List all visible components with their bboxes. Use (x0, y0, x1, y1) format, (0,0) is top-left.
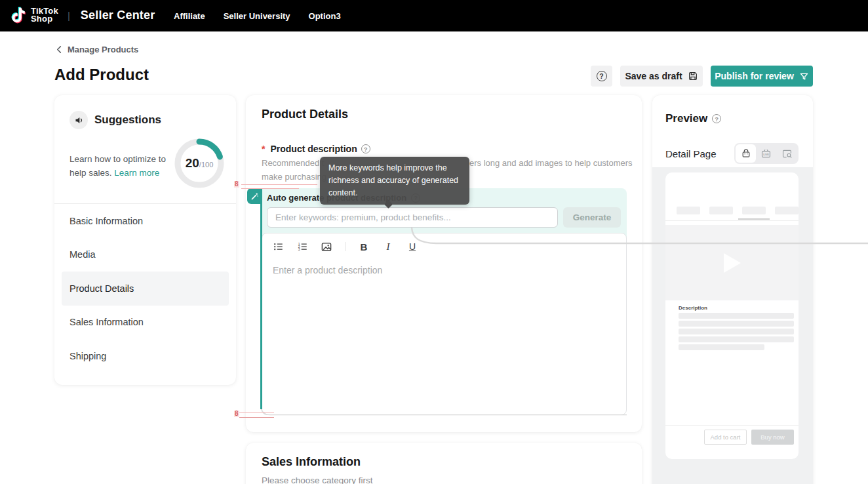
section-menu: Basic Information Media Product Details … (62, 204, 229, 373)
play-icon (722, 252, 742, 274)
suggestions-title: Suggestions (94, 113, 161, 127)
preview-mode-label: Detail Page (665, 148, 717, 159)
score-value: 20/100 (172, 136, 227, 191)
generate-button[interactable]: Generate (563, 207, 621, 228)
text-placeholder-bar (679, 313, 794, 319)
spacing-annotation-line (241, 188, 299, 189)
suggestions-header: Suggestions (69, 111, 161, 129)
description-help-icon[interactable]: ? (361, 144, 370, 153)
help-button[interactable]: ? (591, 66, 612, 87)
mock-add-to-cart-button: Add to cart (704, 430, 747, 445)
sidebar-item-shipping[interactable]: Shipping (62, 339, 229, 373)
spacing-annotation-line (239, 417, 274, 418)
save-as-draft-button[interactable]: Save as draft (620, 66, 703, 87)
live-tv-icon: LIVE (760, 148, 772, 159)
focus-accent-line (260, 188, 262, 409)
add-product-page: TikTok Shop | Seller Center Affiliate Se… (0, 0, 868, 484)
spacing-annotation-line (241, 184, 317, 185)
funnel-icon (799, 71, 809, 81)
sales-information-section: Sales Information Please choose category… (246, 443, 642, 484)
keywords-input[interactable] (267, 207, 558, 228)
magic-wand-badge (247, 188, 262, 204)
spacing-annotation-top-label: 8 (234, 181, 239, 188)
sidebar-item-media[interactable]: Media (62, 238, 229, 272)
nav-item-option3[interactable]: Option3 (309, 11, 341, 21)
mock-description-label: Description (679, 305, 707, 311)
detail-page-mockup: Description Add to cart Buy now (665, 172, 799, 459)
sidebar-item-basic-information[interactable]: Basic Information (62, 204, 229, 238)
breadcrumb[interactable]: Manage Products (56, 45, 138, 54)
svg-text:3: 3 (298, 248, 300, 251)
optimization-score-donut: 20/100 (172, 136, 227, 191)
toolbar-divider (345, 242, 345, 251)
logo-divider: | (68, 10, 70, 21)
breadcrumb-label: Manage Products (68, 45, 138, 54)
top-navigation-bar: TikTok Shop | Seller Center Affiliate Se… (0, 0, 868, 31)
question-icon: ? (597, 71, 607, 81)
suggestions-hint: Learn how to optimize to help sales. Lea… (69, 152, 174, 180)
browse-search-icon (781, 148, 793, 159)
sales-information-title: Sales Information (262, 455, 361, 469)
shopping-bag-icon (741, 148, 751, 159)
editor-toolbar: 1 2 3 B I U (262, 233, 626, 260)
text-placeholder-bar (679, 329, 794, 334)
learn-more-link[interactable]: Learn more (114, 168, 159, 178)
nav-item-affiliate[interactable]: Affiliate (174, 11, 205, 21)
placeholder-tab (742, 207, 766, 214)
save-as-draft-label: Save as draft (625, 71, 682, 81)
sidebar-item-sales-information[interactable]: Sales Information (62, 306, 229, 340)
top-nav-links: Affiliate Seller University Option3 (174, 0, 341, 31)
placeholder-tab (709, 207, 733, 214)
preview-panel: Preview ? Detail Page LIVE (652, 95, 813, 484)
spacing-annotation-line (239, 412, 274, 413)
ordered-list-icon[interactable]: 1 2 3 (296, 241, 308, 252)
app-name: Seller Center (81, 9, 155, 22)
divider (665, 425, 799, 426)
sidebar-item-product-details[interactable]: Product Details (62, 272, 229, 306)
description-editor: 1 2 3 B I U Enter (262, 233, 627, 415)
magic-wand-icon (250, 192, 259, 201)
keywords-tooltip: More keywords help improve the richness … (320, 157, 469, 205)
bold-icon[interactable]: B (358, 241, 370, 252)
text-placeholder-bar (679, 321, 794, 327)
insert-image-icon[interactable] (321, 241, 332, 252)
sales-information-subtitle: Please choose category first (262, 475, 373, 484)
italic-icon[interactable]: I (382, 241, 394, 252)
description-helper-text-cont: ers long and add images to help customer… (469, 158, 633, 168)
product-details-section: Product Details * Product description ? … (246, 95, 642, 432)
suggestions-panel: Suggestions Learn how to optimize to hel… (54, 95, 236, 385)
chevron-left-icon (56, 45, 63, 54)
divider (665, 220, 799, 221)
preview-title: Preview ? (665, 112, 721, 125)
preview-tab-live[interactable]: LIVE (756, 144, 776, 163)
preview-tab-browse[interactable] (777, 144, 797, 163)
preview-body: Description Add to cart Buy now Please n… (652, 167, 813, 484)
active-tab-underline (738, 218, 770, 220)
text-placeholder-bar (679, 336, 794, 342)
product-description-label: * Product description ? (262, 144, 370, 154)
save-icon (688, 71, 698, 81)
description-helper-text-line2: make purchasing (262, 172, 326, 182)
description-editor-input[interactable]: Enter a product description (262, 260, 626, 391)
preview-help-icon[interactable]: ? (712, 114, 721, 123)
svg-text:LIVE: LIVE (764, 153, 770, 156)
placeholder-tab (677, 207, 700, 214)
underline-icon[interactable]: U (406, 241, 418, 252)
text-placeholder-bar (679, 344, 764, 350)
video-placeholder (665, 225, 799, 300)
publish-label: Publish for review (715, 71, 794, 81)
description-helper-text: Recommended t (262, 158, 324, 168)
publish-for-review-button[interactable]: Publish for review (711, 66, 813, 87)
tiktok-shop-logo[interactable]: TikTok Shop | Seller Center (9, 5, 155, 25)
mock-buy-now-button: Buy now (751, 430, 794, 445)
required-asterisk: * (262, 144, 265, 154)
spacing-annotation-bottom-label: 8 (234, 411, 239, 417)
preview-tab-shopping-bag[interactable] (736, 144, 756, 163)
bullet-list-icon[interactable] (272, 241, 284, 252)
tiktok-note-icon (9, 5, 27, 25)
preview-mode-switcher: LIVE (734, 143, 799, 164)
megaphone-icon (69, 111, 88, 129)
product-details-title: Product Details (262, 108, 348, 121)
page-title: Add Product (54, 66, 149, 84)
nav-item-seller-university[interactable]: Seller University (224, 11, 290, 21)
